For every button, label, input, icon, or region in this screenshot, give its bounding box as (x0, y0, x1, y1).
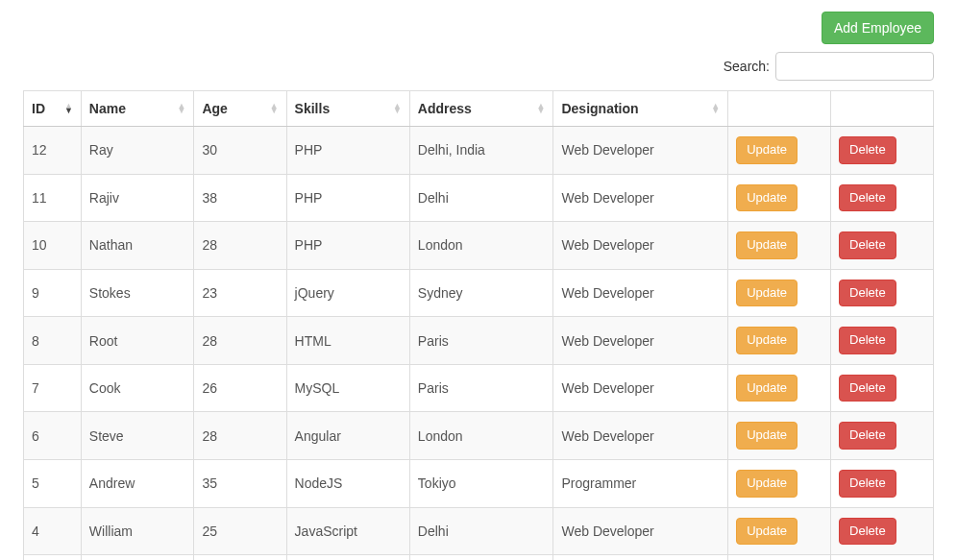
cell-id: 12 (24, 127, 82, 175)
table-row: 9Stokes23jQuerySydneyWeb DeveloperUpdate… (24, 269, 934, 317)
column-header-id[interactable]: ID (24, 91, 82, 127)
cell-name: Root (81, 317, 194, 365)
cell-designation: Web Developer (553, 269, 728, 317)
update-button[interactable]: Update (736, 184, 798, 212)
cell-update: Update (728, 317, 831, 365)
cell-skills: PHP (286, 222, 409, 270)
update-button[interactable]: Update (736, 470, 798, 498)
cell-delete: Delete (831, 317, 934, 365)
cell-address: London (409, 412, 553, 460)
cell-id: 8 (24, 317, 82, 365)
cell-delete: Delete (831, 269, 934, 317)
cell-address: Tokiyo (409, 459, 553, 507)
cell-update: Update (728, 174, 831, 222)
cell-designation: Web Developer (553, 412, 728, 460)
cell-designation: Web Developer (553, 317, 728, 365)
cell-address: Paris (409, 364, 553, 412)
cell-skills: MySQL (286, 364, 409, 412)
cell-designation: Web Developer (553, 222, 728, 270)
update-button[interactable]: Update (736, 422, 798, 450)
add-employee-button[interactable]: Add Employee (822, 12, 934, 44)
cell-age: 35 (194, 459, 286, 507)
sort-icon (393, 104, 402, 113)
search-label: Search: (724, 59, 770, 74)
employee-table: ID Name Age Skills Address Designation (23, 90, 934, 560)
cell-skills: JavaScript (286, 507, 409, 555)
column-header-delete (831, 91, 934, 127)
cell-age: 28 (194, 412, 286, 460)
cell-name: Andrew (81, 459, 194, 507)
cell-delete: Delete (831, 459, 934, 507)
cell-update: Update (728, 127, 831, 175)
cell-id: 6 (24, 412, 82, 460)
sort-icon (537, 104, 546, 113)
cell-delete: Delete (831, 507, 934, 555)
update-button[interactable]: Update (736, 375, 798, 402)
table-row: 3Adam30jQueryNew JersyWeb DeveloperUpdat… (24, 555, 934, 560)
column-header-designation[interactable]: Designation (553, 91, 728, 127)
cell-update: Update (728, 222, 831, 270)
cell-id: 4 (24, 507, 82, 555)
delete-button[interactable]: Delete (839, 231, 896, 259)
table-row: 7Cook26MySQLParisWeb DeveloperUpdateDele… (24, 364, 934, 412)
delete-button[interactable]: Delete (839, 327, 896, 354)
cell-update: Update (728, 269, 831, 317)
cell-skills: jQuery (286, 269, 409, 317)
delete-button[interactable]: Delete (839, 518, 896, 546)
cell-skills: HTML (286, 317, 409, 365)
table-row: 11Rajiv38PHPDelhiWeb DeveloperUpdateDele… (24, 174, 934, 222)
sort-icon (711, 104, 720, 113)
column-header-name[interactable]: Name (81, 91, 194, 127)
cell-address: Sydney (409, 269, 553, 317)
update-button[interactable]: Update (736, 518, 798, 546)
cell-id: 7 (24, 364, 82, 412)
cell-delete: Delete (831, 174, 934, 222)
cell-age: 26 (194, 364, 286, 412)
cell-update: Update (728, 412, 831, 460)
cell-id: 5 (24, 459, 82, 507)
column-header-age[interactable]: Age (194, 91, 286, 127)
column-header-skills[interactable]: Skills (286, 91, 409, 127)
cell-address: Delhi, India (409, 127, 553, 175)
cell-designation: Programmer (553, 459, 728, 507)
cell-age: 25 (194, 507, 286, 555)
column-label: Name (89, 101, 126, 116)
update-button[interactable]: Update (736, 280, 798, 307)
cell-skills: PHP (286, 174, 409, 222)
cell-designation: Web Developer (553, 174, 728, 222)
sort-icon (64, 104, 73, 113)
cell-age: 30 (194, 127, 286, 175)
delete-button[interactable]: Delete (839, 470, 896, 498)
cell-update: Update (728, 459, 831, 507)
update-button[interactable]: Update (736, 327, 798, 354)
cell-delete: Delete (831, 412, 934, 460)
column-header-address[interactable]: Address (409, 91, 553, 127)
cell-address: Delhi (409, 174, 553, 222)
cell-update: Update (728, 555, 831, 560)
delete-button[interactable]: Delete (839, 422, 896, 450)
update-button[interactable]: Update (736, 231, 798, 259)
delete-button[interactable]: Delete (839, 375, 896, 402)
delete-button[interactable]: Delete (839, 184, 896, 212)
sort-icon (270, 104, 279, 113)
cell-id: 11 (24, 174, 82, 222)
cell-address: Delhi (409, 507, 553, 555)
cell-delete: Delete (831, 222, 934, 270)
cell-id: 9 (24, 269, 82, 317)
column-label: ID (32, 101, 45, 116)
update-button[interactable]: Update (736, 136, 798, 164)
cell-designation: Web Developer (553, 507, 728, 555)
column-label: Age (202, 101, 227, 116)
cell-skills: PHP (286, 127, 409, 175)
cell-name: Ray (81, 127, 194, 175)
column-label: Designation (561, 101, 638, 116)
cell-update: Update (728, 364, 831, 412)
delete-button[interactable]: Delete (839, 280, 896, 307)
cell-designation: Web Developer (553, 364, 728, 412)
table-row: 8Root28HTMLParisWeb DeveloperUpdateDelet… (24, 317, 934, 365)
cell-name: Nathan (81, 222, 194, 270)
cell-name: Stokes (81, 269, 194, 317)
search-input[interactable] (775, 52, 934, 81)
delete-button[interactable]: Delete (839, 136, 896, 164)
cell-skills: Angular (286, 412, 409, 460)
